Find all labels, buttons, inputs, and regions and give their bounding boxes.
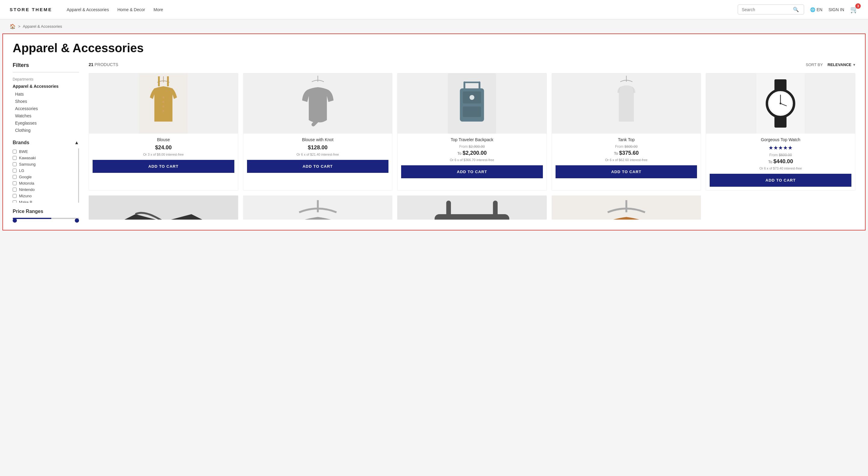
add-to-cart-button[interactable]: ADD TO CART [93, 160, 234, 173]
nav-more[interactable]: More [154, 7, 163, 12]
brand-item: Mizuno [13, 193, 77, 199]
nav-apparel[interactable]: Apparel & Accessories [67, 7, 109, 12]
brands-header[interactable]: Brands ▲ [13, 140, 79, 145]
product-card-empty [706, 196, 855, 219]
cart-button[interactable]: 🛒 3 [850, 6, 858, 13]
brand-item: Motorola [13, 180, 77, 186]
breadcrumb: 🏠 > Apparel & Accessories [0, 19, 868, 33]
brand-item: Google [13, 174, 77, 180]
brand-checkbox[interactable] [13, 156, 17, 160]
price-slider-min-handle[interactable] [13, 218, 17, 222]
products-count-number: 21 [89, 62, 93, 67]
product-installment: Or 6 x of $21.40 interest-free [247, 153, 389, 156]
product-info: Blouse with Knot $128.00 Or 6 x of $21.4… [243, 133, 392, 190]
product-card[interactable]: Top Traveler Backpack From $2,900.00 To … [397, 73, 547, 191]
cart-badge: 3 [855, 3, 861, 9]
product-card-partial[interactable] [89, 196, 238, 219]
product-from-label: From $600.00 [710, 153, 851, 157]
add-to-cart-button[interactable]: ADD TO CART [247, 160, 389, 173]
brand-checkbox[interactable] [13, 150, 17, 153]
product-from-label: From $2,900.00 [401, 145, 543, 149]
product-card-partial[interactable] [552, 196, 701, 219]
product-to-label: To $440.00 [710, 158, 851, 165]
price-slider-container [13, 218, 79, 222]
sort-by-label: SORT BY [806, 62, 823, 67]
sort-by-value: RELEVANCE [828, 62, 851, 67]
products-header: 21 PRODUCTS SORT BY RELEVANCE ▾ [89, 62, 855, 67]
brands-section: Brands ▲ BWEKawasakiSamsungLGGoogleMotor… [13, 140, 79, 203]
sidebar-category-item[interactable]: Watches [13, 112, 79, 119]
brand-checkbox[interactable] [13, 169, 17, 173]
product-from-label: From $600.00 [556, 145, 697, 149]
sidebar-category-item[interactable]: Hats [13, 90, 79, 98]
brands-scroll[interactable]: BWEKawasakiSamsungLGGoogleMotorolaNinten… [13, 148, 79, 203]
price-slider-max-handle[interactable] [75, 218, 79, 222]
product-card[interactable]: Blouse with Knot $128.00 Or 6 x of $21.4… [243, 73, 393, 191]
sort-by[interactable]: SORT BY RELEVANCE ▾ [806, 62, 855, 67]
add-to-cart-button[interactable]: ADD TO CART [710, 174, 851, 187]
product-price: $24.00 [93, 145, 234, 151]
brand-checkbox[interactable] [13, 200, 17, 203]
products-area: 21 PRODUCTS SORT BY RELEVANCE ▾ [89, 62, 855, 222]
sign-in-button[interactable]: SIGN IN [829, 7, 844, 12]
product-info: Top Traveler Backpack From $2,900.00 To … [398, 133, 547, 190]
brand-item: Kawasaki [13, 155, 77, 161]
product-image [552, 73, 701, 133]
brand-label: BWE [19, 149, 28, 154]
product-installment: Or 3 x of $8.00 interest-free [93, 153, 234, 156]
sidebar-category-item[interactable]: Shoes [13, 98, 79, 105]
category-main[interactable]: Apparel & Accessories [13, 84, 79, 89]
search-input[interactable] [742, 7, 793, 12]
product-image [89, 73, 238, 133]
products-grid-partial [89, 196, 855, 219]
product-to-label: To $375.60 [556, 150, 697, 156]
home-icon[interactable]: 🏠 [10, 24, 16, 29]
add-to-cart-button[interactable]: ADD TO CART [401, 165, 543, 178]
product-info: Gorgeous Top Watch ★★★★★ From $600.00 To… [706, 133, 855, 190]
main-nav: Apparel & Accessories Home & Decor More [67, 7, 728, 12]
product-installment: Or 6 x of $366.70 interest-free [401, 158, 543, 162]
price-ranges-section: Price Ranges [13, 209, 79, 222]
language-selector[interactable]: 🌐 EN [810, 7, 822, 12]
brand-label: Samsung [19, 162, 36, 167]
sidebar-divider [13, 72, 79, 72]
nav-home-decor[interactable]: Home & Decor [117, 7, 145, 12]
sidebar: Filters Departments Apparel & Accessorie… [13, 62, 79, 222]
brand-item: BWE [13, 148, 77, 155]
add-to-cart-button[interactable]: ADD TO CART [556, 165, 697, 178]
product-card[interactable]: Gorgeous Top Watch ★★★★★ From $600.00 To… [706, 73, 855, 191]
svg-point-7 [162, 110, 164, 112]
sort-by-chevron-icon: ▾ [853, 62, 855, 67]
sidebar-category-item[interactable]: Clothing [13, 127, 79, 134]
brand-checkbox[interactable] [13, 194, 17, 198]
product-price: $128.00 [247, 145, 389, 151]
brands-title: Brands [13, 140, 29, 145]
brand-checkbox[interactable] [13, 175, 17, 179]
products-count: 21 PRODUCTS [89, 62, 118, 67]
svg-point-4 [162, 96, 164, 98]
brand-checkbox[interactable] [13, 188, 17, 191]
product-card-partial[interactable] [243, 196, 393, 219]
brand-label: Google [19, 175, 32, 179]
products-grid: Blouse $24.00 Or 3 x of $8.00 interest-f… [89, 73, 855, 191]
search-icon: 🔍 [793, 7, 799, 12]
brand-item: Samsung [13, 161, 77, 168]
product-card-partial[interactable] [397, 196, 547, 219]
svg-point-5 [162, 101, 164, 103]
svg-point-27 [780, 102, 781, 105]
brand-label: Mizuno [19, 194, 32, 198]
brand-checkbox[interactable] [13, 181, 17, 185]
product-name: Blouse with Knot [247, 137, 389, 142]
sidebar-category-item[interactable]: Accessories [13, 105, 79, 112]
brand-checkbox[interactable] [13, 162, 17, 166]
breadcrumb-separator: > [18, 24, 21, 29]
product-card[interactable]: Blouse $24.00 Or 3 x of $8.00 interest-f… [89, 73, 238, 191]
product-installment: Or 6 x of $62.60 interest-free [556, 158, 697, 162]
site-logo[interactable]: STORE THEME [10, 7, 52, 12]
product-stars: ★★★★★ [710, 145, 851, 151]
breadcrumb-current: Apparel & Accessories [23, 24, 62, 29]
search-box[interactable]: 🔍 [738, 4, 804, 14]
product-card[interactable]: Tank Top From $600.00 To $375.60 Or 6 x … [552, 73, 701, 191]
product-name: Gorgeous Top Watch [710, 137, 851, 142]
sidebar-category-item[interactable]: Eyeglasses [13, 119, 79, 127]
